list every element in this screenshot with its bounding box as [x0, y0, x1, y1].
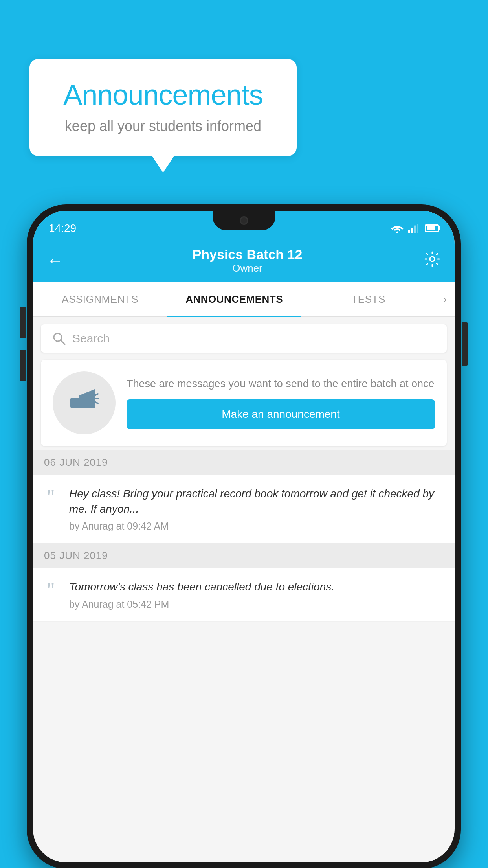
settings-button[interactable]	[424, 250, 441, 271]
app-bar-title: Physics Batch 12	[71, 247, 424, 262]
svg-line-9	[95, 394, 98, 395]
search-placeholder: Search	[72, 332, 110, 345]
status-time: 14:29	[49, 222, 76, 235]
megaphone-icon	[66, 385, 102, 421]
tab-tests[interactable]: TESTS	[301, 282, 435, 316]
announcement-content-1: Hey class! Bring your practical record b…	[69, 486, 444, 532]
phone-outer: 14:29	[27, 204, 461, 868]
content-area: Search	[33, 317, 455, 622]
promo-description: These are messages you want to send to t…	[127, 377, 435, 392]
announcement-text-2: Tomorrow's class has been cancelled due …	[69, 579, 444, 594]
speech-bubble-container: Announcements keep all your students inf…	[29, 59, 297, 156]
app-bar-title-area: Physics Batch 12 Owner	[71, 247, 424, 274]
status-icons	[391, 224, 439, 233]
announcement-text-1: Hey class! Bring your practical record b…	[69, 486, 444, 517]
speech-bubble: Announcements keep all your students inf…	[29, 59, 297, 156]
svg-rect-8	[70, 398, 79, 408]
app-bar: ← Physics Batch 12 Owner	[33, 239, 455, 282]
svg-rect-3	[414, 226, 416, 233]
make-announcement-button[interactable]: Make an announcement	[127, 399, 435, 429]
svg-rect-1	[408, 230, 410, 233]
date-separator-1: 06 JUN 2019	[33, 450, 455, 475]
volume-down-button	[20, 350, 26, 381]
front-camera	[240, 216, 248, 225]
announcement-item-2[interactable]: " Tomorrow's class has been cancelled du…	[33, 568, 455, 621]
tab-assignments[interactable]: ASSIGNMENTS	[33, 282, 167, 316]
quote-icon-2: "	[41, 582, 61, 599]
volume-up-button	[20, 307, 26, 338]
tabs-container: ASSIGNMENTS ANNOUNCEMENTS TESTS ›	[33, 282, 455, 317]
search-bar[interactable]: Search	[41, 324, 447, 353]
gear-icon	[424, 250, 441, 268]
svg-rect-4	[417, 224, 418, 233]
svg-line-7	[61, 340, 65, 344]
phone-device: 14:29	[27, 204, 461, 868]
app-bar-subtitle: Owner	[71, 262, 424, 274]
announcement-content-2: Tomorrow's class has been cancelled due …	[69, 579, 444, 610]
bubble-title: Announcements	[53, 79, 273, 111]
signal-icon	[408, 224, 418, 233]
battery-icon	[425, 224, 439, 232]
svg-point-0	[396, 232, 398, 234]
svg-line-11	[95, 402, 98, 403]
promo-card: These are messages you want to send to t…	[41, 360, 447, 446]
back-button[interactable]: ←	[47, 252, 63, 269]
svg-point-5	[430, 257, 435, 261]
quote-icon: "	[41, 489, 61, 506]
announcement-item-1[interactable]: " Hey class! Bring your practical record…	[33, 475, 455, 543]
date-separator-2: 05 JUN 2019	[33, 543, 455, 568]
announcement-meta-2: by Anurag at 05:42 PM	[69, 599, 444, 610]
promo-icon-circle	[53, 371, 116, 434]
search-icon	[52, 331, 66, 346]
phone-screen: 14:29	[33, 211, 455, 862]
wifi-icon	[391, 224, 404, 233]
bubble-subtitle: keep all your students informed	[53, 118, 273, 134]
tab-more[interactable]: ›	[435, 282, 455, 316]
tab-announcements[interactable]: ANNOUNCEMENTS	[167, 282, 301, 316]
power-button	[462, 322, 468, 366]
promo-right: These are messages you want to send to t…	[127, 377, 435, 429]
phone-notch	[213, 211, 275, 230]
announcement-meta-1: by Anurag at 09:42 AM	[69, 520, 444, 532]
svg-rect-2	[411, 228, 413, 233]
